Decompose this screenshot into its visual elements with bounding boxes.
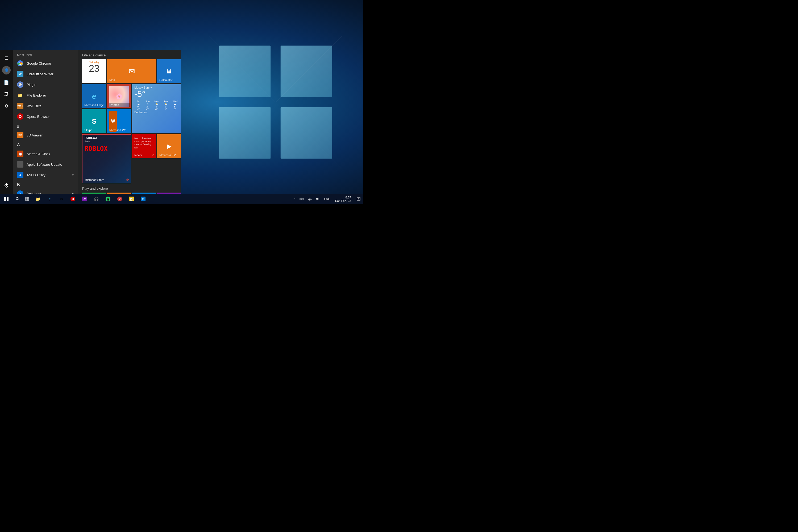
touch-keyboard-icon[interactable]: ⌨ bbox=[298, 194, 306, 204]
wot-label: WoT Blitz bbox=[26, 104, 41, 108]
tile-mail[interactable]: ✉ Mail bbox=[107, 59, 156, 83]
wot-icon: WoT bbox=[17, 103, 23, 109]
taskbar-whatsapp[interactable]: 📱 bbox=[102, 194, 114, 204]
taskbar-headphones[interactable]: 🎧 bbox=[91, 194, 102, 204]
clock-time: 8:57 bbox=[345, 196, 351, 199]
vivaldi-tb-icon: V bbox=[117, 196, 122, 201]
tile-ms-store[interactable]: ROBLOX Free ROBLOX Microsoft Store 📌 bbox=[82, 134, 131, 183]
file-explorer-label: File Explorer bbox=[26, 93, 46, 97]
app-3d-viewer[interactable]: 3D 3D Viewer bbox=[13, 130, 78, 140]
store-label: Microsoft Store bbox=[84, 178, 104, 182]
taskbar: 📁 e ✉ O N 🎧 📱 V 📝 bbox=[0, 194, 363, 204]
tile-photos[interactable]: 🌸 Photos bbox=[107, 84, 131, 108]
taskbar-apps: 📁 e ✉ O N 🎧 📱 V 📝 bbox=[32, 194, 292, 204]
svg-rect-14 bbox=[7, 199, 8, 201]
movies-tile-label: Movies & TV bbox=[159, 153, 180, 157]
tile-weather[interactable]: Mostly Sunny -5° Sat ☁ 0° -5° Sun ☀ 2° bbox=[132, 84, 181, 133]
roblox-title: ROBLOX bbox=[84, 136, 129, 139]
task-view-button[interactable] bbox=[22, 194, 32, 204]
taskbar-file-explorer[interactable]: 📁 bbox=[32, 194, 44, 204]
chrome-icon bbox=[17, 60, 23, 66]
apple-label: Apple Software Update bbox=[26, 163, 62, 167]
app-apple-software-update[interactable]: Apple Software Update bbox=[13, 159, 78, 170]
taskbar-opera[interactable]: O bbox=[67, 194, 79, 204]
section-b-label: B bbox=[13, 182, 78, 188]
svg-point-21 bbox=[310, 200, 310, 201]
network-icon[interactable] bbox=[306, 194, 314, 204]
tile-ms-word[interactable]: W Microsoft Wo... bbox=[107, 109, 131, 133]
news-footer: News 📌 bbox=[134, 153, 154, 157]
opera-label: Opera Browser bbox=[26, 115, 50, 119]
tile-ms-edge[interactable]: e Microsoft Edge bbox=[82, 84, 106, 108]
roblox-subtitle: Free bbox=[84, 140, 129, 143]
taskbar-sticky-notes[interactable]: 📝 bbox=[126, 194, 137, 204]
weather-temp: -5° bbox=[134, 89, 179, 99]
forecast-sat-high: 0° bbox=[137, 105, 140, 108]
battle-icon: ⚔ bbox=[17, 190, 23, 194]
clock-date: Sat, Feb, 23 bbox=[335, 199, 351, 203]
asus-icon: A bbox=[17, 172, 23, 178]
start-button[interactable] bbox=[0, 194, 13, 204]
forecast-wed-low: 0° bbox=[174, 108, 176, 111]
writer-icon: W bbox=[17, 71, 23, 77]
news-content: Much of eastern US to get snow, sleet or… bbox=[134, 137, 154, 150]
user-avatar[interactable]: 👤 bbox=[2, 66, 11, 75]
forecast-wed: Wed ☁ 8° 0° bbox=[171, 100, 179, 111]
news-label: News bbox=[134, 153, 142, 157]
taskbar-onenote[interactable]: N bbox=[79, 194, 91, 204]
forecast-sun-icon: ☀ bbox=[147, 103, 149, 105]
svg-rect-17 bbox=[25, 197, 27, 199]
tile-xbox[interactable]: Xbox bbox=[82, 193, 106, 194]
forecast-mon-high: 5° bbox=[156, 105, 158, 108]
start-tiles: Life at a glance Saturday 23 ✉ Mail 🖩 Ca… bbox=[78, 50, 181, 194]
app-opera-browser[interactable]: O Opera Browser bbox=[13, 111, 78, 122]
forecast-tue-day: Tue bbox=[164, 100, 168, 103]
settings-icon[interactable]: ⚙ bbox=[0, 100, 13, 112]
photos-icon[interactable]: 🖼 bbox=[0, 88, 13, 100]
taskbar-edge[interactable]: e bbox=[44, 194, 55, 204]
language-indicator[interactable]: ENG bbox=[322, 194, 332, 204]
tile-calculator[interactable]: 🖩 Calculator bbox=[157, 59, 181, 83]
tile-skype[interactable]: S Skype bbox=[82, 109, 106, 133]
calc-tile-label: Calculator bbox=[159, 78, 180, 82]
app-google-chrome[interactable]: Google Chrome bbox=[13, 58, 78, 69]
forecast-sun-high: 2° bbox=[146, 105, 149, 108]
taskbar-mail[interactable]: ✉ bbox=[55, 194, 67, 204]
taskbar-extra[interactable]: ⊞ bbox=[137, 194, 149, 204]
document-icon[interactable]: 📄 bbox=[0, 77, 13, 88]
tile-onenote[interactable]: N 1 OneNote bbox=[157, 193, 181, 194]
hamburger-menu-icon[interactable]: ☰ bbox=[0, 52, 13, 64]
volume-icon[interactable] bbox=[314, 194, 322, 204]
app-wot-blitz[interactable]: WoT WoT Blitz bbox=[13, 100, 78, 111]
alarm-icon: ⏰ bbox=[17, 151, 23, 157]
tile-surface[interactable]: Surface bbox=[132, 193, 156, 194]
weather-city: Bucharest bbox=[134, 111, 179, 114]
taskbar-vivaldi[interactable]: V bbox=[114, 194, 126, 204]
power-icon[interactable]: ⏻ bbox=[0, 180, 13, 191]
svg-rect-19 bbox=[25, 199, 27, 201]
asus-row: A ASUS Utility ▾ bbox=[17, 172, 74, 178]
forecast-sun-low: -3° bbox=[146, 108, 149, 111]
app-battle-net[interactable]: ⚔ Battle.net ▾ bbox=[13, 188, 78, 194]
folder-icon: 📁 bbox=[17, 92, 23, 98]
taskbar-search[interactable] bbox=[13, 194, 22, 204]
apple-icon bbox=[17, 161, 23, 168]
svg-rect-13 bbox=[4, 199, 6, 201]
tile-movies-tv[interactable]: ▶ Movies & TV bbox=[157, 134, 181, 158]
tile-calendar[interactable]: Saturday 23 bbox=[82, 59, 106, 83]
app-alarms-clock[interactable]: ⏰ Alarms & Clock bbox=[13, 148, 78, 159]
tile-groove-music[interactable]: Groove Music bbox=[107, 193, 131, 194]
chrome-label: Google Chrome bbox=[26, 61, 51, 65]
app-libreoffice-writer[interactable]: W LibreOffice Writer bbox=[13, 69, 78, 79]
alarms-label: Alarms & Clock bbox=[26, 152, 50, 156]
forecast-sat-icon: ☁ bbox=[137, 103, 140, 105]
notification-center-icon[interactable] bbox=[354, 194, 363, 204]
app-pidgin[interactable]: 💬 Pidgin bbox=[13, 79, 78, 90]
forecast-sat-day: Sat bbox=[136, 100, 140, 103]
weather-condition: Mostly Sunny bbox=[134, 86, 179, 89]
hidden-icons-button[interactable]: ^ bbox=[292, 194, 298, 204]
app-asus-utility[interactable]: A ASUS Utility ▾ bbox=[13, 170, 78, 180]
app-file-explorer[interactable]: 📁 File Explorer bbox=[13, 90, 78, 100]
taskbar-clock[interactable]: 8:57 Sat, Feb, 23 bbox=[332, 194, 354, 204]
tile-news[interactable]: Much of eastern US to get snow, sleet or… bbox=[132, 134, 156, 158]
